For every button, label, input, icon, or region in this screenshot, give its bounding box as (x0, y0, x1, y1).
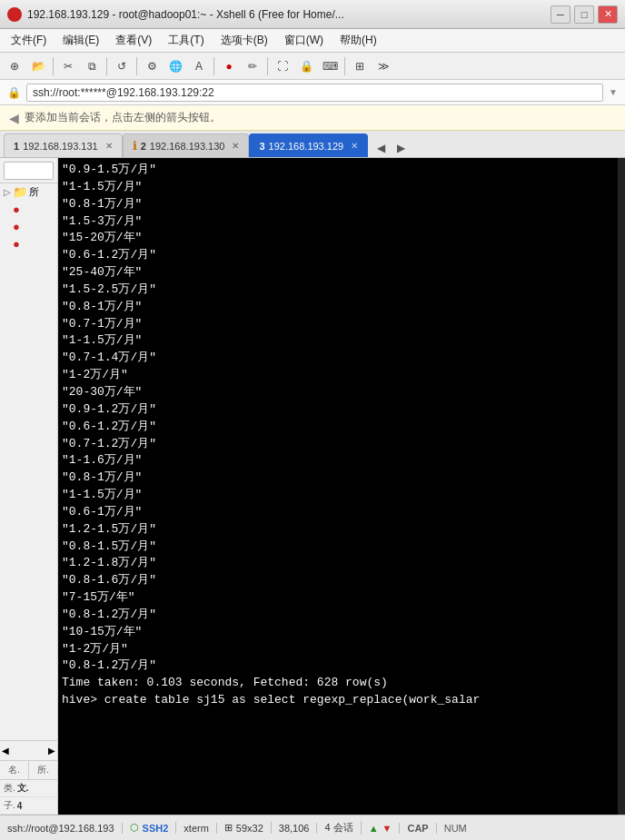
tb-more[interactable]: ≫ (372, 55, 394, 77)
tree-item-1[interactable]: ● (0, 201, 57, 218)
terminal-content: "0.9-1.5万/月""1-1.5万/月""0.8-1万/月""1.5-3万/… (58, 158, 625, 815)
tab-3[interactable]: 3 192.168.193.129 ✕ (249, 133, 368, 157)
menu-window[interactable]: 窗口(W) (277, 31, 331, 50)
tree-folder-icon: 📁 (13, 185, 27, 199)
tb-copy[interactable]: ⧉ (81, 55, 103, 77)
tab-2-num: 2 (141, 141, 146, 152)
minimize-button[interactable]: ─ (551, 5, 570, 24)
tree-item-2[interactable]: ● (0, 218, 57, 235)
sb-label-type: 类. (4, 782, 15, 795)
status-num-text: NUM (444, 823, 467, 834)
tab-1-close[interactable]: ✕ (105, 141, 113, 151)
status-protocol-icon: ⬡ (130, 822, 139, 834)
sidebar-search-input[interactable] (4, 162, 54, 180)
tree-session-icon-2: ● (13, 220, 20, 233)
terminal-line: Time taken: 0.103 seconds, Fetched: 628 … (62, 675, 621, 692)
terminal-line: "0.8-1万/月" (62, 299, 621, 316)
terminal-line: hive> create table sj15 as select regexp… (62, 692, 621, 709)
tree-session-icon-3: ● (13, 237, 20, 251)
menu-file[interactable]: 文件(F) (4, 31, 54, 50)
tab-nav-right[interactable]: ▶ (392, 139, 410, 157)
terminal-line: "0.6-1.2万/月" (62, 419, 621, 436)
menu-edit[interactable]: 编辑(E) (55, 31, 106, 50)
sidebar-nav-right[interactable]: ▶ (29, 746, 56, 756)
sb-value-type: 文. (17, 782, 29, 795)
terminal-line: "1-1.5万/月" (62, 179, 621, 196)
sidebar-bottom: ◀ ▶ 名. 所. 类. 文. 子. 4 (0, 740, 57, 815)
sidebar-bottom-rows: 类. 文. 子. 4 (0, 780, 57, 815)
terminal-line: "15-20万/年" (62, 230, 621, 247)
tb-cut[interactable]: ✂ (57, 55, 79, 77)
terminal-line: "0.8-1万/月" (62, 196, 621, 213)
terminal-line: "20-30万/年" (62, 384, 621, 401)
tab-2-close[interactable]: ✕ (232, 141, 239, 151)
tree-item-expand[interactable]: ▷ 📁 所 (0, 183, 57, 201)
sb-tab-name[interactable]: 名. (0, 761, 29, 779)
tab-1-num: 1 (14, 141, 19, 152)
maximize-button[interactable]: □ (574, 5, 594, 24)
terminal-line: "0.8-1.2万/月" (62, 607, 621, 624)
tree-item-3[interactable]: ● (0, 235, 57, 252)
tb-font[interactable]: A (188, 55, 210, 77)
tb-sep6 (344, 57, 345, 75)
menu-help[interactable]: 帮助(H) (332, 31, 384, 50)
status-up-arrow: ▲ (369, 823, 379, 834)
tab-nav-left[interactable]: ◀ (372, 139, 390, 157)
terminal-line: "1.2-1.8万/月" (62, 555, 621, 572)
terminal-line: "1.5-2.5万/月" (62, 282, 621, 299)
tab-2[interactable]: ℹ 2 192.168.193.130 ✕ (123, 133, 250, 157)
tb-refresh[interactable]: ↺ (111, 55, 133, 77)
menu-bar: 文件(F) 编辑(E) 查看(V) 工具(T) 选项卡(B) 窗口(W) 帮助(… (0, 29, 625, 53)
tb-keyboard[interactable]: ⌨ (319, 55, 341, 77)
menu-tools[interactable]: 工具(T) (161, 31, 211, 50)
close-button[interactable]: ✕ (598, 5, 618, 24)
address-input[interactable] (26, 84, 603, 102)
app-icon (7, 7, 22, 22)
address-dropdown[interactable]: ▼ (609, 87, 618, 97)
tab-1[interactable]: 1 192.168.193.131 ✕ (4, 133, 123, 157)
tb-sep4 (213, 57, 214, 75)
main-area: ▷ 📁 所 ● ● ● ◀ ▶ (0, 158, 625, 815)
sb-value-child: 4 (17, 801, 23, 811)
terminal-line: "0.6-1万/月" (62, 504, 621, 521)
terminal-line: "25-40万/年" (62, 264, 621, 282)
tb-lock[interactable]: 🔒 (295, 55, 317, 77)
sidebar-bottom-tabs: 名. 所. (0, 761, 57, 780)
status-cursor: 38,106 (279, 823, 318, 834)
status-protocol-text: SSH2 (143, 823, 169, 834)
terminal-scrollbar[interactable] (618, 158, 625, 815)
tb-sep2 (106, 57, 107, 75)
sb-label-child: 子. (4, 799, 15, 812)
terminal[interactable]: "0.9-1.5万/月""1-1.5万/月""0.8-1万/月""1.5-3万/… (58, 158, 625, 815)
info-bar: ◀ 要添加当前会话，点击左侧的箭头按钮。 (0, 105, 625, 131)
sidebar: ▷ 📁 所 ● ● ● ◀ ▶ (0, 158, 58, 815)
tab-2-warn-icon: ℹ (133, 139, 137, 153)
sb-tab-all[interactable]: 所. (29, 761, 57, 779)
terminal-line: "1.5-3万/月" (62, 213, 621, 231)
menu-tabs[interactable]: 选项卡(B) (213, 31, 275, 50)
status-sessions-text: 4 会话 (324, 821, 352, 835)
tree-expand-icon: ▷ (4, 187, 11, 197)
terminal-line: "0.8-1.5万/月" (62, 539, 621, 556)
status-down-arrow: ▼ (382, 823, 392, 834)
tb-grid[interactable]: ⊞ (349, 55, 371, 77)
tb-red[interactable]: ● (218, 55, 240, 77)
tb-settings[interactable]: ⚙ (141, 55, 163, 77)
tab-3-num: 3 (259, 141, 264, 152)
sidebar-search-bar (0, 158, 57, 183)
status-terminal-text: xterm (184, 823, 209, 834)
tb-open[interactable]: 📂 (27, 55, 49, 77)
tab-3-close[interactable]: ✕ (351, 141, 358, 151)
terminal-line: "0.8-1.6万/月" (62, 572, 621, 589)
tb-globe[interactable]: 🌐 (164, 55, 186, 77)
tab-1-label: 192.168.193.131 (23, 141, 98, 152)
tree-item-label: 所 (29, 185, 39, 199)
tb-expand[interactable]: ⛶ (272, 55, 293, 77)
terminal-line: "0.9-1.5万/月" (62, 162, 621, 179)
tabs-bar: 1 192.168.193.131 ✕ ℹ 2 192.168.193.130 … (0, 131, 625, 158)
sidebar-nav-left[interactable]: ◀ (2, 746, 29, 756)
menu-view[interactable]: 查看(V) (108, 31, 159, 50)
tree-session-icon-1: ● (13, 203, 20, 216)
tb-new[interactable]: ⊕ (4, 55, 25, 77)
tb-compose[interactable]: ✏ (242, 55, 263, 77)
